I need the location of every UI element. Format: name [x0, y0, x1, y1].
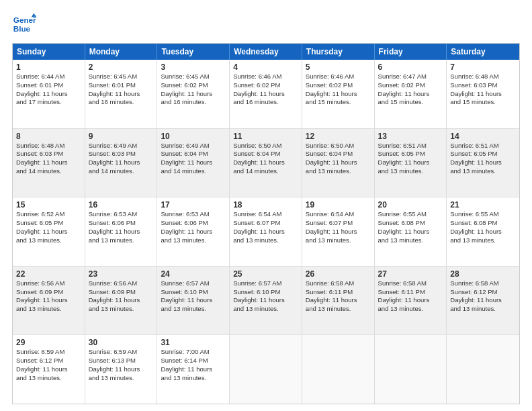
- day-info: Sunrise: 6:53 AM Sunset: 6:06 PM Dayligh…: [89, 210, 154, 244]
- day-info: Sunrise: 6:48 AM Sunset: 6:03 PM Dayligh…: [450, 73, 516, 107]
- day-number: 17: [161, 200, 226, 210]
- day-cell-28: 28Sunrise: 6:58 AM Sunset: 6:12 PM Dayli…: [447, 267, 519, 335]
- day-info: Sunrise: 6:55 AM Sunset: 6:08 PM Dayligh…: [450, 210, 516, 244]
- day-number: 23: [89, 269, 154, 279]
- day-number: 24: [161, 269, 226, 279]
- day-number: 8: [16, 132, 81, 141]
- day-number: 15: [16, 200, 81, 210]
- day-info: Sunrise: 6:50 AM Sunset: 6:04 PM Dayligh…: [306, 142, 371, 176]
- header-cell-sunday: Sunday: [13, 44, 85, 60]
- day-info: Sunrise: 6:58 AM Sunset: 6:11 PM Dayligh…: [306, 279, 371, 314]
- day-number: 10: [161, 132, 226, 141]
- day-info: Sunrise: 6:54 AM Sunset: 6:07 PM Dayligh…: [306, 210, 371, 244]
- day-number: 11: [233, 132, 298, 141]
- day-number: 6: [378, 62, 443, 72]
- day-number: 20: [378, 200, 443, 210]
- day-cell-1: 1Sunrise: 6:44 AM Sunset: 6:01 PM Daylig…: [13, 60, 85, 128]
- day-cell-27: 27Sunrise: 6:58 AM Sunset: 6:11 PM Dayli…: [375, 267, 447, 335]
- day-info: Sunrise: 6:54 AM Sunset: 6:07 PM Dayligh…: [233, 210, 298, 244]
- day-cell-11: 11Sunrise: 6:50 AM Sunset: 6:04 PM Dayli…: [230, 129, 302, 197]
- calendar-body: 1Sunrise: 6:44 AM Sunset: 6:01 PM Daylig…: [13, 60, 519, 404]
- day-number: 31: [161, 338, 226, 347]
- page: General Blue SundayMondayTuesdayWednesda…: [0, 0, 532, 411]
- day-number: 30: [89, 338, 154, 347]
- day-cell-6: 6Sunrise: 6:47 AM Sunset: 6:02 PM Daylig…: [375, 60, 447, 128]
- header-cell-monday: Monday: [85, 44, 158, 60]
- day-info: Sunrise: 6:52 AM Sunset: 6:05 PM Dayligh…: [16, 210, 81, 244]
- day-number: 1: [16, 62, 81, 72]
- empty-cell: [447, 335, 519, 404]
- day-cell-7: 7Sunrise: 6:48 AM Sunset: 6:03 PM Daylig…: [447, 60, 519, 128]
- calendar-row: 1Sunrise: 6:44 AM Sunset: 6:01 PM Daylig…: [13, 60, 519, 128]
- day-cell-14: 14Sunrise: 6:51 AM Sunset: 6:05 PM Dayli…: [447, 129, 519, 197]
- day-cell-31: 31Sunrise: 7:00 AM Sunset: 6:14 PM Dayli…: [157, 335, 230, 404]
- day-cell-24: 24Sunrise: 6:57 AM Sunset: 6:10 PM Dayli…: [157, 267, 230, 335]
- calendar-row: 22Sunrise: 6:56 AM Sunset: 6:09 PM Dayli…: [13, 266, 519, 335]
- day-number: 14: [450, 132, 516, 141]
- logo-icon: General Blue: [12, 12, 36, 36]
- day-info: Sunrise: 6:56 AM Sunset: 6:09 PM Dayligh…: [16, 279, 81, 314]
- day-info: Sunrise: 6:50 AM Sunset: 6:04 PM Dayligh…: [233, 142, 298, 176]
- day-cell-20: 20Sunrise: 6:55 AM Sunset: 6:08 PM Dayli…: [375, 197, 447, 266]
- day-cell-5: 5Sunrise: 6:46 AM Sunset: 6:02 PM Daylig…: [302, 60, 375, 128]
- header-cell-friday: Friday: [375, 44, 447, 60]
- day-info: Sunrise: 6:53 AM Sunset: 6:06 PM Dayligh…: [161, 210, 226, 244]
- day-info: Sunrise: 6:48 AM Sunset: 6:03 PM Dayligh…: [16, 142, 81, 176]
- day-number: 5: [306, 62, 371, 72]
- day-cell-17: 17Sunrise: 6:53 AM Sunset: 6:06 PM Dayli…: [157, 197, 230, 266]
- day-cell-10: 10Sunrise: 6:49 AM Sunset: 6:04 PM Dayli…: [157, 129, 230, 197]
- day-cell-15: 15Sunrise: 6:52 AM Sunset: 6:05 PM Dayli…: [13, 197, 85, 266]
- day-number: 21: [450, 200, 516, 210]
- day-cell-3: 3Sunrise: 6:45 AM Sunset: 6:02 PM Daylig…: [157, 60, 230, 128]
- day-number: 25: [233, 269, 298, 279]
- day-info: Sunrise: 6:49 AM Sunset: 6:03 PM Dayligh…: [89, 142, 154, 176]
- day-cell-23: 23Sunrise: 6:56 AM Sunset: 6:09 PM Dayli…: [85, 267, 158, 335]
- day-number: 4: [233, 62, 298, 72]
- day-number: 7: [450, 62, 516, 72]
- day-info: Sunrise: 6:55 AM Sunset: 6:08 PM Dayligh…: [378, 210, 443, 244]
- day-info: Sunrise: 6:57 AM Sunset: 6:10 PM Dayligh…: [161, 279, 226, 314]
- day-cell-29: 29Sunrise: 6:59 AM Sunset: 6:12 PM Dayli…: [13, 335, 85, 404]
- day-info: Sunrise: 6:47 AM Sunset: 6:02 PM Dayligh…: [378, 73, 443, 107]
- day-number: 2: [89, 62, 154, 72]
- day-info: Sunrise: 6:59 AM Sunset: 6:12 PM Dayligh…: [16, 348, 81, 382]
- svg-text:Blue: Blue: [13, 24, 31, 33]
- day-cell-21: 21Sunrise: 6:55 AM Sunset: 6:08 PM Dayli…: [447, 197, 519, 266]
- day-cell-26: 26Sunrise: 6:58 AM Sunset: 6:11 PM Dayli…: [302, 267, 375, 335]
- day-info: Sunrise: 6:59 AM Sunset: 6:13 PM Dayligh…: [89, 348, 154, 382]
- day-info: Sunrise: 6:56 AM Sunset: 6:09 PM Dayligh…: [89, 279, 154, 314]
- day-number: 19: [306, 200, 371, 210]
- day-info: Sunrise: 6:58 AM Sunset: 6:11 PM Dayligh…: [378, 279, 443, 314]
- day-cell-16: 16Sunrise: 6:53 AM Sunset: 6:06 PM Dayli…: [85, 197, 158, 266]
- day-number: 22: [16, 269, 81, 279]
- day-number: 3: [161, 62, 226, 72]
- calendar-row: 8Sunrise: 6:48 AM Sunset: 6:03 PM Daylig…: [13, 128, 519, 197]
- day-info: Sunrise: 6:46 AM Sunset: 6:02 PM Dayligh…: [233, 73, 298, 107]
- day-number: 9: [89, 132, 154, 141]
- day-number: 18: [233, 200, 298, 210]
- day-cell-9: 9Sunrise: 6:49 AM Sunset: 6:03 PM Daylig…: [85, 129, 158, 197]
- empty-cell: [375, 335, 447, 404]
- day-cell-8: 8Sunrise: 6:48 AM Sunset: 6:03 PM Daylig…: [13, 129, 85, 197]
- header: General Blue: [12, 12, 520, 36]
- day-cell-4: 4Sunrise: 6:46 AM Sunset: 6:02 PM Daylig…: [230, 60, 302, 128]
- day-cell-22: 22Sunrise: 6:56 AM Sunset: 6:09 PM Dayli…: [13, 267, 85, 335]
- day-info: Sunrise: 6:46 AM Sunset: 6:02 PM Dayligh…: [306, 73, 371, 107]
- day-number: 26: [306, 269, 371, 279]
- day-number: 27: [378, 269, 443, 279]
- day-cell-18: 18Sunrise: 6:54 AM Sunset: 6:07 PM Dayli…: [230, 197, 302, 266]
- day-cell-25: 25Sunrise: 6:57 AM Sunset: 6:10 PM Dayli…: [230, 267, 302, 335]
- day-info: Sunrise: 6:49 AM Sunset: 6:04 PM Dayligh…: [161, 142, 226, 176]
- empty-cell: [230, 335, 302, 404]
- day-number: 28: [450, 269, 516, 279]
- header-cell-saturday: Saturday: [447, 44, 519, 60]
- day-cell-12: 12Sunrise: 6:50 AM Sunset: 6:04 PM Dayli…: [302, 129, 375, 197]
- day-info: Sunrise: 6:57 AM Sunset: 6:10 PM Dayligh…: [233, 279, 298, 314]
- empty-cell: [302, 335, 375, 404]
- day-number: 16: [89, 200, 154, 210]
- day-number: 13: [378, 132, 443, 141]
- calendar-header: SundayMondayTuesdayWednesdayThursdayFrid…: [13, 44, 519, 60]
- day-info: Sunrise: 6:58 AM Sunset: 6:12 PM Dayligh…: [450, 279, 516, 314]
- logo: General Blue: [12, 12, 39, 36]
- header-cell-tuesday: Tuesday: [157, 44, 230, 60]
